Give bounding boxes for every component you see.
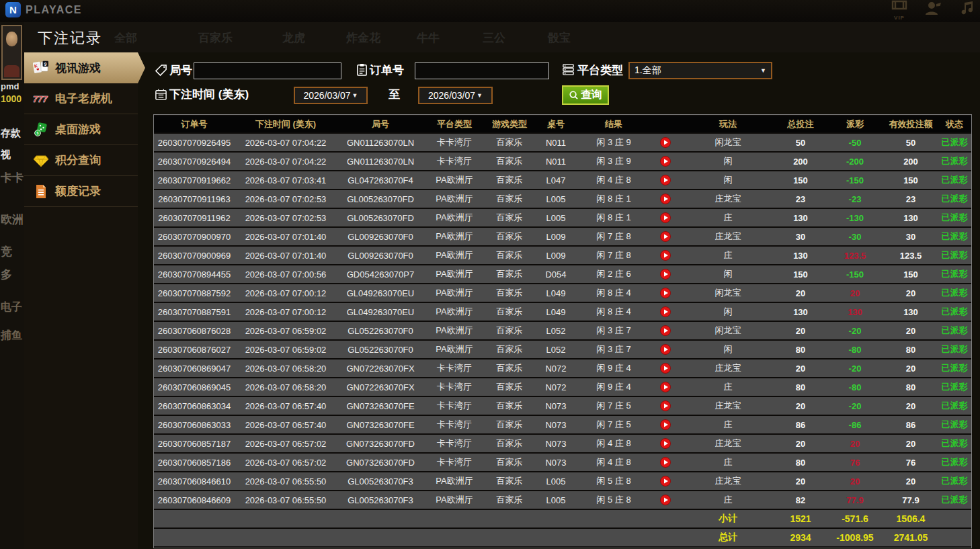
cell-round-no: GL009263070F0 bbox=[337, 247, 424, 264]
account-icon[interactable] bbox=[925, 0, 942, 19]
column-header bbox=[650, 116, 681, 132]
sidebar-item-2[interactable]: $桌面游戏 bbox=[24, 114, 138, 145]
cell-platform: PA欧洲厅 bbox=[424, 341, 485, 358]
cell-status: 已派彩 bbox=[938, 416, 971, 433]
play-video-button[interactable] bbox=[660, 457, 671, 468]
cell-play-type: 庄 bbox=[681, 209, 775, 226]
play-video-button[interactable] bbox=[660, 194, 671, 204]
play-video-button[interactable] bbox=[660, 325, 671, 336]
lobby-strip-fragment: 竞 bbox=[1, 244, 12, 259]
slot-777-icon: 777 bbox=[33, 91, 49, 106]
cell-payout: -20 bbox=[826, 397, 884, 415]
search-button[interactable]: 查询 bbox=[562, 85, 609, 105]
cell-status: 已派彩 bbox=[938, 322, 971, 339]
sidebar-item-3[interactable]: 积分查询 bbox=[24, 145, 138, 176]
cell-play-type: 闲 bbox=[681, 171, 775, 189]
cell-platform: 卡卡湾厅 bbox=[424, 153, 485, 170]
play-video-button[interactable] bbox=[660, 250, 671, 261]
cell-play-type: 闲龙宝 bbox=[681, 134, 775, 151]
cell-status: 已派彩 bbox=[938, 435, 971, 452]
sidebar-item-1[interactable]: 777电子老虎机 bbox=[24, 83, 138, 114]
play-video-button[interactable] bbox=[660, 382, 671, 392]
play-video-button[interactable] bbox=[660, 363, 671, 374]
round-input[interactable] bbox=[194, 62, 341, 79]
play-video-button[interactable] bbox=[660, 476, 671, 487]
cell-game-type: 百家乐 bbox=[485, 416, 534, 433]
cell-platform: PA欧洲厅 bbox=[424, 322, 485, 339]
play-video-button[interactable] bbox=[660, 231, 671, 242]
total-row-valid-bet: 2741.05 bbox=[884, 529, 938, 546]
play-video-button[interactable] bbox=[660, 306, 671, 317]
column-header: 局号 bbox=[337, 116, 424, 132]
cell-game-type: 百家乐 bbox=[485, 284, 534, 302]
cell-order-no: 260307060857186 bbox=[154, 454, 235, 471]
subtotal-row-valid-bet: 1506.4 bbox=[884, 510, 938, 527]
cell-order-no: 260307060876028 bbox=[154, 322, 235, 339]
cell-platform: PA欧洲厅 bbox=[424, 265, 485, 283]
clipboard-icon bbox=[356, 63, 368, 76]
cell-valid-bet: 130 bbox=[884, 303, 938, 321]
cell-total-bet: 20 bbox=[775, 284, 826, 302]
play-video-button[interactable] bbox=[660, 156, 671, 167]
table-row: 2603070608630332026-03-07 06:57:40GN0732… bbox=[154, 416, 971, 433]
cell-game-type: 百家乐 bbox=[485, 265, 534, 283]
cell-order-no: 260307060863033 bbox=[154, 416, 235, 433]
cell-bet-time: 2026-03-07 06:57:40 bbox=[235, 416, 337, 433]
cell-bet-time: 2026-03-07 06:59:02 bbox=[235, 341, 337, 358]
cell-table-no: L005 bbox=[534, 472, 577, 490]
table-row: 2603070608760282026-03-07 06:59:02GL0522… bbox=[154, 322, 971, 339]
cell-status: 已派彩 bbox=[938, 247, 971, 264]
cell-game-type: 百家乐 bbox=[485, 190, 534, 208]
cell-play-type: 庄 bbox=[681, 416, 775, 433]
cell-game-type: 百家乐 bbox=[485, 153, 534, 170]
search-button-label: 查询 bbox=[581, 88, 602, 102]
vip-icon[interactable]: VIP bbox=[891, 0, 907, 25]
play-video-button[interactable] bbox=[660, 419, 671, 430]
music-icon[interactable] bbox=[960, 0, 975, 19]
platform-select[interactable]: 1.全部 ▼ bbox=[628, 62, 772, 79]
play-video-button[interactable] bbox=[660, 495, 671, 505]
cell-payout: -150 bbox=[826, 171, 884, 189]
table-row: 2603070709264942026-03-07 07:04:22GN0112… bbox=[154, 153, 971, 170]
play-video-button[interactable] bbox=[660, 438, 671, 449]
total-row-label: 总计 bbox=[681, 529, 775, 546]
lobby-strip-fragment: 捕鱼 bbox=[1, 329, 22, 343]
cell-table-no: N073 bbox=[534, 454, 577, 471]
play-video-button[interactable] bbox=[660, 137, 671, 148]
date-from-picker[interactable]: 2026/03/07 ▼ bbox=[294, 87, 368, 104]
column-header: 总投注 bbox=[775, 116, 826, 132]
cell-platform: 卡卡湾厅 bbox=[424, 134, 485, 151]
play-video-button[interactable] bbox=[660, 175, 671, 185]
date-to-picker[interactable]: 2026/03/07 ▼ bbox=[418, 87, 493, 104]
sidebar-item-0[interactable]: K9视讯游戏 bbox=[24, 52, 145, 83]
cell-round-no: GL047263070F4 bbox=[337, 171, 424, 189]
play-video-button[interactable] bbox=[660, 344, 671, 355]
cell-game-type: 百家乐 bbox=[485, 303, 534, 321]
avatar[interactable] bbox=[1, 25, 22, 80]
order-input[interactable] bbox=[415, 62, 549, 79]
cell-order-no: 260307070900969 bbox=[154, 247, 235, 264]
cell-result: 闲 3 庄 9 bbox=[577, 153, 650, 170]
play-video-button[interactable] bbox=[660, 269, 671, 280]
lobby-strip-fragment: pmd bbox=[1, 81, 19, 91]
sidebar-item-4[interactable]: 额度记录 bbox=[24, 176, 138, 207]
table-row: 2603070708875912026-03-07 07:00:12GL0492… bbox=[154, 303, 971, 321]
cell-game-type: 百家乐 bbox=[485, 341, 534, 358]
lobby-strip-fragment: 1000 bbox=[1, 93, 22, 104]
cell-order-no: 260307070911963 bbox=[154, 190, 235, 208]
cell-replay bbox=[650, 228, 681, 245]
cell-platform: PA欧洲厅 bbox=[424, 247, 485, 264]
table-row: 2603070709009692026-03-07 07:01:40GL0092… bbox=[154, 247, 971, 264]
cell-play-type: 庄 bbox=[681, 491, 775, 509]
svg-text:9: 9 bbox=[44, 62, 47, 67]
cell-result: 闲 7 庄 5 bbox=[577, 416, 650, 433]
cell-round-no: GN073263070FE bbox=[337, 397, 424, 415]
cell-total-bet: 80 bbox=[775, 454, 826, 471]
play-video-button[interactable] bbox=[660, 212, 671, 223]
cell-payout: 123.5 bbox=[826, 247, 884, 264]
svg-text:$: $ bbox=[36, 131, 38, 135]
cell-valid-bet: 20 bbox=[884, 284, 938, 302]
play-video-button[interactable] bbox=[660, 288, 671, 298]
play-video-button[interactable] bbox=[660, 400, 671, 411]
cell-platform: PA欧洲厅 bbox=[424, 284, 485, 302]
